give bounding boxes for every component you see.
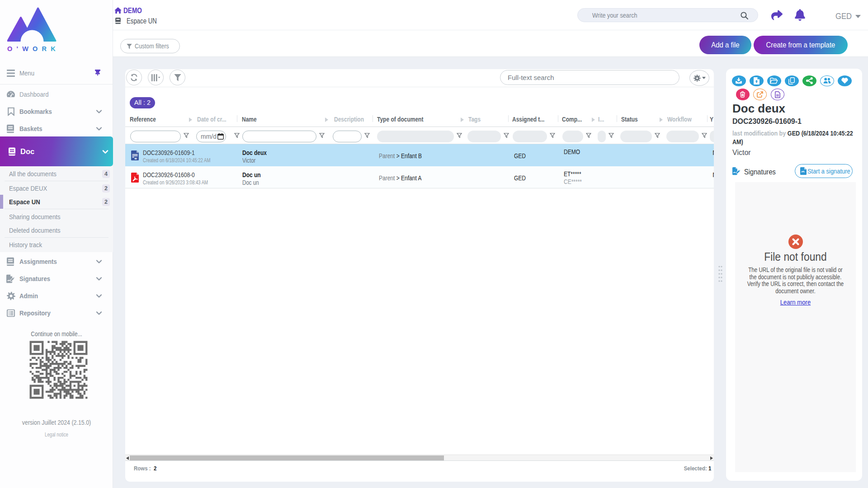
svg-text:O'WORK: O'WORK bbox=[7, 45, 57, 52]
svg-text:w: w bbox=[134, 157, 137, 160]
